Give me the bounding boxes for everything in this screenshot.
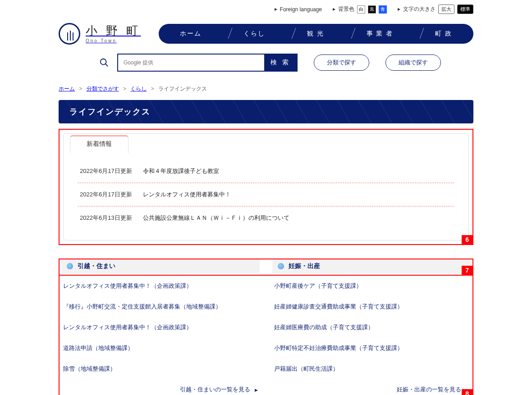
news-item[interactable]: 2022年6月17日更新 令和４年度放課後子ども教室 [78,160,454,182]
category-link[interactable]: 道路法申請（地域整備課） [61,338,260,359]
breadcrumb-sep: > [123,86,126,92]
text-size-switcher: ▶ 文字の大きさ 拡大 標準 [398,5,473,14]
category-link[interactable]: 『移行』小野町交流・定住支援館入居者募集（地域整備課） [61,296,260,317]
bg-black-button[interactable]: 黒 [368,5,376,14]
breadcrumb-sep: > [151,86,154,92]
text-normal-button[interactable]: 標準 [457,5,473,14]
search-input[interactable] [118,54,264,71]
text-large-button[interactable]: 拡大 [438,5,454,14]
category-link[interactable]: レンタルオフィス使用者募集中！（企画政策課） [61,276,260,296]
page-title: ライフインデックス [59,100,473,123]
annotation-box-6: 新着情報 2022年6月17日更新 令和４年度放課後子ども教室 2022年6月1… [59,129,473,245]
more-link-label: 引越・住まいの一覧を見る [180,386,250,393]
text-size-label: 文字の大きさ [403,5,436,13]
logo-jp: 小 野 町 [86,24,141,38]
caret-right-icon: ▶ [275,7,277,11]
logo-icon [59,23,80,45]
news-title: 公共施設公衆無線ＬＡＮ（Ｗｉ－Ｆｉ）の利用について [143,214,289,222]
news-card: 新着情報 2022年6月17日更新 令和４年度放課後子ども教室 2022年6月1… [63,133,469,241]
annotation-badge: 6 [462,235,472,244]
svg-line-1 [105,64,108,67]
foreign-language-link[interactable]: ▶ Foreign language [275,6,322,13]
news-list: 2022年6月17日更新 令和４年度放課後子ども教室 2022年6月17日更新 … [70,154,462,229]
top-utility-bar: ▶ Foreign language ▶ 背景色 白 黒 青 ▶ 文字の大きさ … [0,0,532,18]
category-title: 引越・住まい [78,262,115,270]
nav-gov[interactable]: 町 政 [422,30,465,38]
category-more-moving[interactable]: 引越・住まいの一覧を見る ▶ [61,379,260,395]
logo-en: Ono Town [86,38,141,44]
category-link[interactable]: 小野町産後ケア（子育て支援課） [272,276,471,296]
category-column-pregnancy: 小野町産後ケア（子育て支援課） 妊産婦健康診査交通費助成事業（子育て支援課） 妊… [272,276,471,395]
category-column-moving: レンタルオフィス使用者募集中！（企画政策課） 『移行』小野町交流・定住支援館入居… [61,276,260,395]
annotation-badge: 7 [462,266,472,275]
search-icon [99,58,109,68]
bg-label: 背景色 [338,5,354,13]
search-button[interactable]: 検 索 [264,54,297,71]
news-date: 2022年6月13日更新 [80,214,132,222]
search-by-category-button[interactable]: 分類で探す [314,54,369,71]
annotation-badge: 8 [462,389,472,395]
nav-business[interactable]: 事 業 者 [354,30,406,38]
breadcrumb-by-category[interactable]: 分類でさがす [87,86,119,92]
svg-point-0 [101,59,106,65]
header: 小 野 町 Ono Town ホーム くらし 観 光 事 業 者 町 政 [0,23,532,45]
site-logo[interactable]: 小 野 町 Ono Town [59,23,141,45]
bg-white-button[interactable]: 白 [357,5,365,14]
nav-living[interactable]: くらし [231,30,278,38]
search-by-org-button[interactable]: 組織で探す [385,54,441,71]
news-title: レンタルオフィス使用者募集中！ [143,191,231,199]
breadcrumb-current: ライフインデックス [158,86,207,92]
annotation-box-8: レンタルオフィス使用者募集中！（企画政策課） 『移行』小野町交流・定住支援館入居… [59,276,473,395]
news-title: 令和４年度放課後子ども教室 [143,167,219,175]
news-date: 2022年6月17日更新 [80,191,132,199]
logo-text: 小 野 町 Ono Town [86,24,141,43]
news-tab[interactable]: 新着情報 [70,135,128,153]
category-link[interactable]: 小野町特定不妊治療費助成事業（子育て支援課） [272,338,471,359]
news-item[interactable]: 2022年6月13日更新 公共施設公衆無線ＬＡＮ（Ｗｉ－Ｆｉ）の利用について [78,206,454,229]
nav-tourism[interactable]: 観 光 [294,30,337,38]
category-link[interactable]: 戸籍届出（町民生活課） [272,359,471,379]
category-link[interactable]: 除雪（地域整備課） [61,359,260,379]
category-more-pregnancy[interactable]: 妊娠・出産の一覧を見る ▶ [272,379,471,395]
category-link[interactable]: 妊産婦医療費の助成（子育て支援課） [272,317,471,338]
breadcrumb-home[interactable]: ホーム [59,86,75,92]
main-nav: ホーム くらし 観 光 事 業 者 町 政 [159,24,473,44]
background-color-switcher: ▶ 背景色 白 黒 青 [333,5,387,14]
search-box: 検 索 [117,54,298,72]
breadcrumb-living[interactable]: くらし [130,86,147,92]
bullet-icon [278,263,284,269]
bullet-icon [67,263,73,269]
bg-blue-button[interactable]: 青 [379,5,387,14]
caret-right-icon: ▶ [333,7,335,11]
news-date: 2022年6月17日更新 [80,167,132,175]
more-link-label: 妊娠・出産の一覧を見る [397,386,461,393]
category-link[interactable]: レンタルオフィス使用者募集中！（企画政策課） [61,317,260,338]
category-title: 妊娠・出産 [289,262,320,270]
caret-right-icon: ▶ [398,7,400,11]
breadcrumb: ホーム > 分類でさがす > くらし > ライフインデックス [59,85,473,93]
breadcrumb-sep: > [79,86,82,92]
category-heading-moving[interactable]: 引越・住まい [61,259,260,273]
category-heading-pregnancy[interactable]: 妊娠・出産 [272,259,471,273]
category-link[interactable]: 妊産婦健康診査交通費助成事業（子育て支援課） [272,296,471,317]
foreign-language-label: Foreign language [280,6,322,13]
nav-home[interactable]: ホーム [167,30,214,38]
caret-right-icon: ▶ [255,388,258,392]
news-item[interactable]: 2022年6月17日更新 レンタルオフィス使用者募集中！ [78,182,454,206]
search-row: 検 索 分類で探す 組織で探す [0,45,532,76]
annotation-box-7: 引越・住まい 妊娠・出産 7 [59,259,473,276]
